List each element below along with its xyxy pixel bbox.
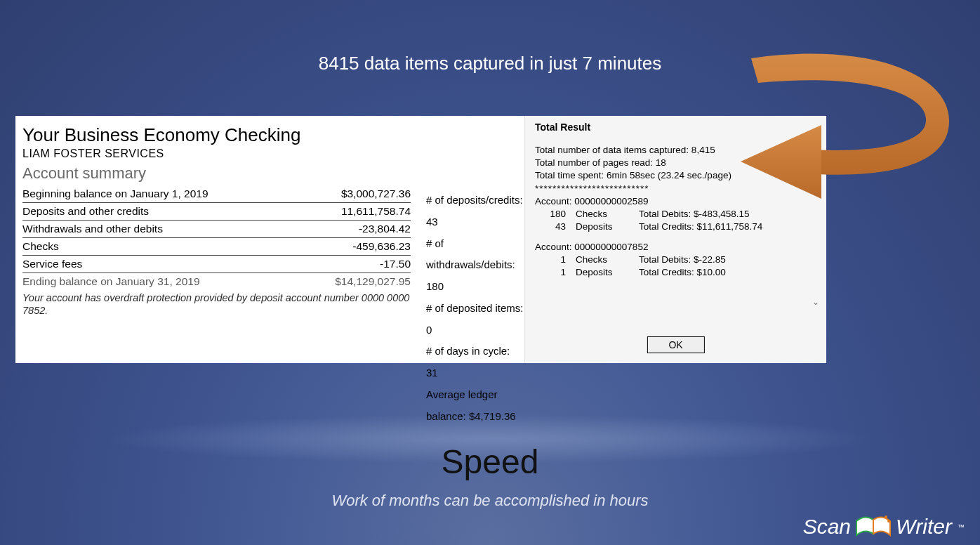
statement-owner: LIAM FOSTER SERVICES (22, 147, 411, 160)
metric-deposited: # of deposited items: 0 (426, 298, 524, 341)
dialog-line: Total number of data items captured: 8,4… (535, 144, 816, 157)
acct-count: 1 (535, 266, 576, 279)
trademark-icon: ™ (958, 523, 965, 531)
acct-count: 43 (535, 221, 576, 233)
page-title: Speed (0, 442, 980, 481)
row-label: Ending balance on January 31, 2019 (22, 273, 298, 291)
acct-type: Deposits (576, 266, 639, 279)
table-row: Withdrawals and other debits-23,804.42 (22, 221, 411, 238)
dialog-title: Total Result (535, 122, 816, 133)
account-header: Account: 00000000002589 (535, 195, 816, 208)
row-value: $14,129,027.95 (298, 273, 411, 291)
table-row: Service fees-17.50 (22, 256, 411, 273)
chevron-down-icon[interactable]: ⌄ (812, 297, 819, 307)
svg-point-1 (887, 520, 890, 523)
account-header: Account: 00000000007852 (535, 241, 816, 254)
row-value: 11,611,758.74 (298, 203, 411, 221)
acct-total: Total Credits: $10.00 (639, 266, 816, 279)
table-row: Beginning balance on January 1, 2019$3,0… (22, 185, 411, 203)
overdraft-note: Your account has overdraft protection pr… (22, 291, 411, 317)
acct-type: Checks (576, 208, 639, 221)
summary-table: Beginning balance on January 1, 2019$3,0… (22, 185, 411, 290)
statement-panel: Your Business Economy Checking LIAM FOST… (15, 116, 426, 363)
row-value: -17.50 (298, 256, 411, 273)
table-row: Deposits and other credits11,611,758.74 (22, 203, 411, 221)
acct-total: Total Debits: $-483,458.15 (639, 208, 816, 221)
row-value: $3,000,727.36 (298, 185, 411, 203)
acct-total: Total Debits: $-22.85 (639, 254, 816, 266)
scanwriter-logo: Scan Writer ™ (803, 513, 965, 541)
row-label: Beginning balance on January 1, 2019 (22, 185, 298, 203)
acct-type: Deposits (576, 221, 639, 233)
svg-point-0 (885, 516, 887, 518)
statement-title: Your Business Economy Checking (22, 124, 411, 146)
page-subtitle: Work of months can be accomplished in ho… (0, 492, 980, 510)
dialog-separator: ************************** (535, 183, 816, 195)
statement-section: Account summary (22, 164, 411, 183)
table-row: Checks-459,636.23 (22, 238, 411, 256)
dialog-line: Total time spent: 6min 58sec (23.24 sec.… (535, 169, 816, 182)
book-icon (855, 513, 892, 541)
document-card: Your Business Economy Checking LIAM FOST… (15, 116, 826, 363)
ok-button[interactable]: OK (647, 336, 704, 353)
metric-deposits: # of deposits/credits: 43 (426, 190, 524, 233)
row-label: Service fees (22, 256, 298, 273)
row-value: -23,804.42 (298, 221, 411, 238)
acct-type: Checks (576, 254, 639, 266)
headline: 8415 data items captured in just 7 minut… (0, 53, 980, 74)
dialog-line: Total number of pages read: 18 (535, 157, 816, 169)
row-label: Withdrawals and other debits (22, 221, 298, 238)
metric-withdrawals: # of withdrawals/debits: 180 (426, 233, 524, 298)
logo-left: Scan (803, 515, 851, 539)
metrics-panel: # of deposits/credits: 43 # of withdrawa… (426, 116, 524, 363)
metric-days: # of days in cycle: 31 (426, 341, 524, 384)
acct-total: Total Credits: $11,611,758.74 (639, 221, 816, 233)
row-label: Deposits and other credits (22, 203, 298, 221)
table-row: Ending balance on January 31, 2019$14,12… (22, 273, 411, 291)
acct-count: 180 (535, 208, 576, 221)
result-dialog: Total Result Total number of data items … (524, 116, 826, 363)
row-value: -459,636.23 (298, 238, 411, 256)
logo-right: Writer (896, 515, 952, 539)
row-label: Checks (22, 238, 298, 256)
acct-count: 1 (535, 254, 576, 266)
